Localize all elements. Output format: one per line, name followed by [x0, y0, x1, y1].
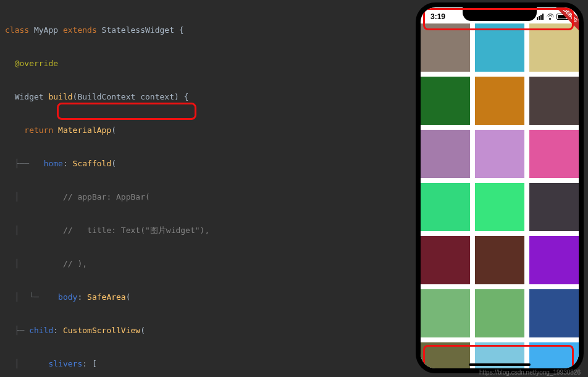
- signal-icon: [537, 14, 544, 20]
- grid-cell: [475, 289, 524, 337]
- phone-notch: [463, 7, 537, 21]
- home-indicator: [469, 363, 531, 366]
- call-materialapp: MaterialApp: [58, 125, 111, 136]
- kw-return: return: [24, 125, 53, 136]
- call-scaffold: Scaffold: [73, 158, 112, 169]
- call-safearea: SafeArea: [87, 292, 126, 303]
- grid-cell: [475, 23, 524, 72]
- grid-cell: [421, 289, 470, 337]
- arg-home: home: [44, 158, 63, 169]
- class-name: MyApp: [34, 25, 58, 36]
- grid-cell: [529, 77, 579, 125]
- grid-cell: [529, 130, 579, 178]
- grid-cell: [529, 289, 579, 337]
- kw-class: class: [5, 25, 29, 36]
- arg-child: child: [29, 325, 53, 336]
- arg-slivers: slivers: [48, 358, 82, 370]
- comment: // ),: [63, 258, 87, 269]
- status-time: 3:19: [430, 12, 445, 21]
- code-editor[interactable]: class MyApp extends StatelessWidget { @o…: [0, 0, 414, 377]
- call-customscrollview: CustomScrollView: [63, 325, 140, 336]
- grid-cell: [421, 130, 470, 178]
- grid-cell: [421, 183, 470, 231]
- arg-body: body: [58, 292, 77, 303]
- grid-cell: [421, 236, 470, 284]
- grid-cell: [529, 183, 579, 231]
- grid-cell: [421, 342, 470, 373]
- grid-cell: [421, 23, 470, 72]
- grid-cell: [475, 183, 524, 231]
- simulator-panel: 3:19 DEBUG https://blog.csdn.net/yong_19…: [414, 0, 588, 377]
- annotation-highlight-safearea: [57, 103, 196, 120]
- grid-cell: [529, 236, 579, 284]
- fn-build: build: [48, 91, 72, 103]
- phone-frame: 3:19 DEBUG: [416, 2, 584, 373]
- grid-cell: [475, 77, 524, 125]
- param-context: BuildContext context: [77, 91, 174, 103]
- super-class: StatelessWidget: [102, 25, 174, 36]
- grid-cell: [529, 23, 579, 72]
- color-grid[interactable]: [421, 23, 579, 368]
- watermark: https://blog.csdn.net/yong_19930826: [479, 369, 581, 376]
- annotation-override: @override: [15, 58, 58, 69]
- comment: // appBar: AppBar(: [63, 192, 150, 203]
- type-widget: Widget: [15, 91, 44, 103]
- comment: // title: Text("图片widget"),: [63, 225, 209, 236]
- grid-cell: [421, 77, 470, 125]
- grid-cell: [475, 236, 524, 284]
- kw-extends: extends: [63, 25, 97, 36]
- wifi-icon: [546, 14, 554, 20]
- grid-cell: [475, 130, 524, 178]
